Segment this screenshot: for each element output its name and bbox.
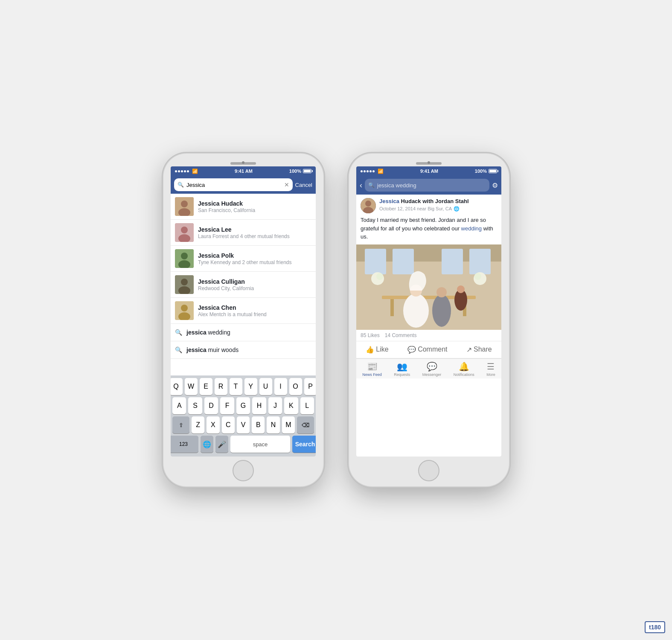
battery-area-right: 100% bbox=[475, 169, 497, 174]
key-o[interactable]: O bbox=[289, 378, 302, 395]
tab-more[interactable]: ☰ More bbox=[486, 361, 495, 377]
newsfeed-icon: 📰 bbox=[367, 361, 378, 372]
tab-requests[interactable]: 👥 Requests bbox=[394, 361, 410, 377]
key-search[interactable]: Search bbox=[292, 436, 316, 453]
key-d[interactable]: D bbox=[204, 397, 218, 414]
result-jessica-lee[interactable]: Jessica Lee Laura Forrest and 4 other mu… bbox=[171, 220, 316, 246]
result-name-polk: Jessica Polk bbox=[198, 252, 311, 259]
dot1 bbox=[175, 170, 177, 172]
clear-button[interactable]: ✕ bbox=[284, 181, 289, 188]
key-p[interactable]: P bbox=[304, 378, 316, 395]
suggestion-wedding[interactable]: 🔍 jessica wedding bbox=[171, 324, 316, 341]
post-likes: 85 Likes bbox=[361, 332, 380, 338]
post-actions: 👍 Like 💬 Comment ↗ Share bbox=[356, 341, 501, 358]
suggestion-text-1: jessica wedding bbox=[186, 329, 230, 336]
post-body: Today I married my best friend. Jordan a… bbox=[356, 216, 501, 244]
key-b[interactable]: B bbox=[252, 416, 265, 433]
key-c[interactable]: C bbox=[222, 416, 235, 433]
key-y[interactable]: Y bbox=[244, 378, 257, 395]
avatar-jessica-chen bbox=[175, 301, 194, 320]
post-image bbox=[356, 244, 501, 330]
status-bar-left: 📶 9:41 AM 100% bbox=[171, 166, 316, 176]
key-x[interactable]: X bbox=[207, 416, 219, 433]
result-name-lee: Jessica Lee bbox=[198, 226, 311, 233]
wifi-icon-right: 📶 bbox=[378, 169, 384, 174]
key-h[interactable]: H bbox=[252, 397, 266, 414]
search-icon-right: 🔍 bbox=[368, 182, 375, 188]
key-delete[interactable]: ⌫ bbox=[297, 416, 314, 433]
key-t[interactable]: T bbox=[230, 378, 242, 395]
svg-point-33 bbox=[376, 273, 383, 280]
result-text-chen: Jessica Chen Alex Mentch is a mutual fri… bbox=[198, 304, 311, 317]
key-r[interactable]: R bbox=[215, 378, 227, 395]
key-shift[interactable]: ⇧ bbox=[172, 416, 189, 433]
key-w[interactable]: W bbox=[185, 378, 198, 395]
tab-newsfeed[interactable]: 📰 News Feed bbox=[362, 361, 382, 377]
result-sub-culligan: Redwood City, California bbox=[198, 285, 311, 291]
result-sub-polk: Tyne Kennedy and 2 other mutual friends bbox=[198, 259, 311, 265]
keyboard-row-4: 123 🌐 🎤 space Search bbox=[172, 436, 314, 453]
cancel-button[interactable]: Cancel bbox=[295, 182, 312, 188]
comment-icon: 💬 bbox=[407, 346, 416, 354]
comment-label: Comment bbox=[418, 346, 447, 353]
key-j[interactable]: J bbox=[268, 397, 282, 414]
key-space[interactable]: space bbox=[230, 436, 290, 453]
key-123[interactable]: 123 bbox=[171, 436, 198, 453]
key-k[interactable]: K bbox=[284, 397, 298, 414]
share-button[interactable]: ↗ Share bbox=[462, 343, 496, 356]
key-u[interactable]: U bbox=[259, 378, 272, 395]
result-sub-chen: Alex Mentch is a mutual friend bbox=[198, 311, 311, 317]
key-a[interactable]: A bbox=[172, 397, 186, 414]
like-icon: 👍 bbox=[366, 346, 374, 354]
nav-bar-right: ‹ 🔍 jessica wedding ⚙ bbox=[356, 176, 501, 195]
key-s[interactable]: S bbox=[188, 397, 202, 414]
svg-point-31 bbox=[436, 287, 447, 297]
result-text-culligan: Jessica Culligan Redwood City, Californi… bbox=[198, 278, 311, 291]
key-v[interactable]: V bbox=[237, 416, 250, 433]
key-n[interactable]: N bbox=[267, 416, 279, 433]
like-button[interactable]: 👍 Like bbox=[361, 343, 393, 356]
home-button-right[interactable] bbox=[418, 460, 439, 481]
tab-notifications[interactable]: 🔔 Notifications bbox=[454, 361, 474, 377]
key-i[interactable]: I bbox=[274, 378, 287, 395]
key-l[interactable]: L bbox=[300, 397, 314, 414]
key-z[interactable]: Z bbox=[192, 416, 204, 433]
result-jessica-culligan[interactable]: Jessica Culligan Redwood City, Californi… bbox=[171, 272, 316, 298]
key-g[interactable]: G bbox=[236, 397, 250, 414]
svg-point-10 bbox=[181, 279, 188, 285]
key-m[interactable]: M bbox=[282, 416, 295, 433]
svg-point-28 bbox=[403, 294, 429, 328]
search-input[interactable] bbox=[186, 182, 282, 188]
result-text-lee: Jessica Lee Laura Forrest and 4 other mu… bbox=[198, 226, 311, 239]
search-input-wrap[interactable]: 🔍 ✕ bbox=[174, 178, 293, 191]
home-button-left[interactable] bbox=[233, 460, 254, 481]
key-q[interactable]: Q bbox=[171, 378, 183, 395]
share-label: Share bbox=[474, 346, 492, 353]
key-f[interactable]: F bbox=[220, 397, 234, 414]
post-link-wedding[interactable]: wedding bbox=[461, 225, 482, 232]
suggestion-muir-woods[interactable]: 🔍 jessica muir woods bbox=[171, 341, 316, 359]
key-mic[interactable]: 🎤 bbox=[215, 436, 228, 453]
tab-messenger[interactable]: 💬 Messenger bbox=[422, 361, 442, 377]
result-jessica-chen[interactable]: Jessica Chen Alex Mentch is a mutual fri… bbox=[171, 298, 316, 324]
back-button[interactable]: ‹ bbox=[360, 181, 362, 190]
key-e[interactable]: E bbox=[200, 378, 212, 395]
filter-icon[interactable]: ⚙ bbox=[492, 181, 498, 189]
svg-rect-23 bbox=[442, 249, 463, 274]
post-header: Jessica Hudack with Jordan Stahl October… bbox=[356, 195, 501, 216]
status-time-left: 9:41 AM bbox=[235, 169, 253, 174]
t180-badge: t180 bbox=[645, 621, 665, 633]
left-screen: 📶 9:41 AM 100% 🔍 ✕ Cancel bbox=[171, 166, 316, 457]
result-jessica-hudack[interactable]: Jessica Hudack San Francisco, California bbox=[171, 194, 316, 220]
search-bar-left[interactable]: 🔍 ✕ Cancel bbox=[171, 176, 316, 194]
status-bar-right: 📶 9:41 AM 100% bbox=[356, 166, 501, 176]
comment-button[interactable]: 💬 Comment bbox=[403, 343, 451, 356]
key-globe[interactable]: 🌐 bbox=[201, 436, 213, 453]
post-author-avatar bbox=[361, 198, 376, 213]
right-iphone: 📶 9:41 AM 100% ‹ 🔍 jessica wedding ⚙ bbox=[349, 154, 509, 486]
like-label: Like bbox=[376, 346, 388, 353]
search-input-wrap-right[interactable]: 🔍 jessica wedding bbox=[365, 179, 489, 192]
result-jessica-polk[interactable]: Jessica Polk Tyne Kennedy and 2 other mu… bbox=[171, 246, 316, 272]
svg-point-7 bbox=[181, 253, 188, 259]
battery-icon-right bbox=[489, 169, 497, 173]
